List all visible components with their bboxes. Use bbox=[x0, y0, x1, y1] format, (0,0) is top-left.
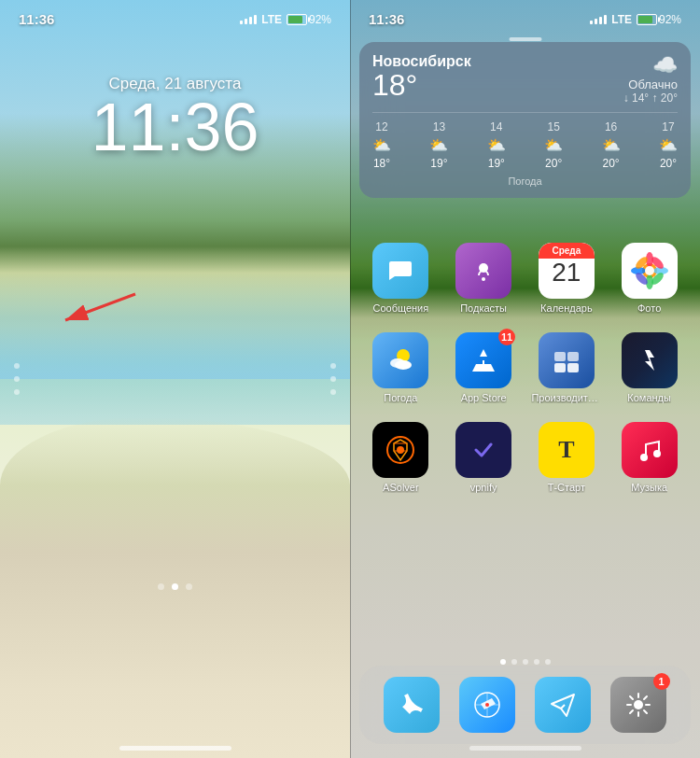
forecast-label: 16 bbox=[605, 120, 617, 133]
weather-left: Новосибирск 18° bbox=[372, 53, 471, 100]
forecast-temp: 19° bbox=[488, 157, 505, 170]
svg-point-3 bbox=[482, 277, 485, 281]
shortcuts-label: Команды bbox=[627, 392, 671, 403]
app-item-music[interactable]: Музыка bbox=[614, 422, 684, 493]
forecast-icon: ⛅ bbox=[659, 136, 678, 154]
side-dot bbox=[330, 389, 336, 395]
weather-description: Облачно bbox=[623, 77, 678, 91]
weather-right: ☁️ Облачно ↓ 14° ↑ 20° bbox=[623, 53, 678, 105]
asolver-icon[interactable] bbox=[372, 422, 428, 478]
svg-line-1 bbox=[65, 294, 135, 320]
app-item-shortcuts[interactable]: Команды bbox=[614, 332, 684, 403]
side-dot bbox=[14, 389, 20, 395]
settings-badge: 1 bbox=[653, 673, 670, 690]
messages-icon[interactable] bbox=[372, 243, 428, 299]
home-dot-4 bbox=[534, 659, 539, 665]
signal-bar-3 bbox=[249, 17, 252, 24]
signal-bar-4 bbox=[604, 15, 607, 24]
svg-point-16 bbox=[395, 360, 412, 370]
calendar-icon[interactable]: Среда 21 bbox=[539, 243, 595, 299]
photos-label: Фото bbox=[637, 302, 661, 314]
home-battery-percent: 92% bbox=[659, 13, 681, 26]
music-icon[interactable] bbox=[622, 422, 678, 478]
home-battery-box bbox=[637, 14, 657, 25]
home-dot-5 bbox=[545, 659, 551, 665]
svg-point-13 bbox=[645, 266, 654, 275]
weather-app-label: Погода bbox=[384, 392, 417, 403]
settings-icon[interactable]: 1 bbox=[610, 677, 666, 733]
tbank-label: Т-Старт bbox=[548, 482, 585, 493]
app-item-vpnify[interactable]: vpnify bbox=[449, 422, 519, 493]
weather-icon[interactable] bbox=[372, 332, 428, 388]
app-item-asolver[interactable]: ASolver bbox=[366, 422, 436, 493]
dock-item-phone[interactable] bbox=[384, 677, 440, 733]
app-item-weather[interactable]: Погода bbox=[366, 332, 436, 403]
weather-low: ↓ 14° bbox=[623, 91, 649, 105]
files-icon[interactable] bbox=[539, 332, 595, 388]
appstore-badge: 11 bbox=[498, 329, 515, 345]
shortcuts-icon[interactable] bbox=[622, 332, 678, 388]
appstore-icon[interactable]: 11 bbox=[455, 332, 511, 388]
app-item-files[interactable]: Производитель... bbox=[531, 332, 601, 403]
lock-screen[interactable]: 11:36 LTE 92% Среда, 21 августа 11:36 bbox=[0, 0, 350, 758]
app-item-appstore[interactable]: 11 App Store bbox=[449, 332, 519, 403]
lock-time-display: 11:36 bbox=[0, 93, 350, 161]
home-battery: 92% bbox=[637, 13, 681, 26]
weather-widget[interactable]: Новосибирск 18° ☁️ Облачно ↓ 14° ↑ 20° 1… bbox=[359, 42, 691, 198]
home-battery-fill bbox=[638, 16, 652, 23]
signal-bar-1 bbox=[240, 21, 243, 24]
signal-bar-3 bbox=[599, 17, 602, 24]
dock-item-settings[interactable]: 1 bbox=[610, 677, 666, 733]
home-status-bar: 11:36 LTE 92% bbox=[350, 11, 700, 27]
svg-point-31 bbox=[485, 703, 489, 707]
svg-point-25 bbox=[640, 454, 648, 461]
dock-item-telegram[interactable] bbox=[535, 677, 591, 733]
lock-status-time: 11:36 bbox=[19, 11, 54, 27]
home-screen[interactable]: 11:36 LTE 92% Новосибирск 18° bbox=[350, 0, 700, 758]
podcasts-icon[interactable] bbox=[455, 243, 511, 299]
photos-icon[interactable] bbox=[622, 243, 678, 299]
calendar-header: Среда bbox=[539, 243, 595, 259]
side-dot bbox=[330, 376, 336, 382]
page-pill bbox=[509, 37, 541, 41]
forecast-icon: ⛅ bbox=[429, 136, 448, 154]
svg-point-22 bbox=[397, 446, 404, 454]
appstore-label: App Store bbox=[461, 392, 507, 403]
weather-cloud-icon: ☁️ bbox=[623, 53, 678, 77]
app-item-podcasts[interactable]: Подкасты bbox=[449, 243, 519, 314]
side-dot bbox=[330, 363, 336, 369]
lock-home-indicator[interactable] bbox=[119, 746, 231, 751]
svg-point-32 bbox=[634, 700, 643, 709]
svg-rect-19 bbox=[554, 363, 566, 372]
signal-bars bbox=[240, 15, 257, 24]
phone-icon[interactable] bbox=[384, 677, 440, 733]
tbank-icon[interactable]: Т bbox=[539, 422, 595, 478]
messages-label: Сообщения bbox=[373, 302, 429, 314]
dock-item-safari[interactable] bbox=[459, 677, 515, 733]
app-item-calendar[interactable]: Среда 21 Календарь bbox=[531, 243, 601, 314]
vpnify-icon[interactable] bbox=[455, 422, 511, 478]
home-lte-label: LTE bbox=[611, 13, 632, 26]
app-item-messages[interactable]: Сообщения bbox=[366, 243, 436, 314]
app-item-photos[interactable]: Фото bbox=[614, 243, 684, 314]
forecast-day-13: 13 ⛅ 19° bbox=[429, 120, 448, 170]
app-row-3: ASolver vpnify Т Т-Старт bbox=[359, 422, 691, 493]
weather-app-label: Погода bbox=[372, 175, 678, 187]
forecast-temp: 20° bbox=[660, 157, 677, 170]
asolver-label: ASolver bbox=[383, 482, 419, 493]
forecast-temp: 19° bbox=[430, 157, 447, 170]
home-indicator[interactable] bbox=[469, 746, 581, 751]
lte-label: LTE bbox=[261, 13, 282, 26]
telegram-icon[interactable] bbox=[535, 677, 591, 733]
safari-icon[interactable] bbox=[459, 677, 515, 733]
lock-date-block: Среда, 21 августа 11:36 bbox=[0, 75, 350, 161]
lock-page-dots bbox=[0, 583, 350, 590]
forecast-day-17: 17 ⛅ 20° bbox=[659, 120, 678, 170]
forecast-day-14: 14 ⛅ 19° bbox=[487, 120, 506, 170]
tbank-letter: Т bbox=[558, 436, 574, 464]
weather-temp: 18° bbox=[372, 70, 471, 100]
forecast-icon: ⛅ bbox=[544, 136, 563, 154]
side-dots-right bbox=[330, 363, 336, 395]
app-item-tbank[interactable]: Т Т-Старт bbox=[531, 422, 601, 493]
calendar-label: Календарь bbox=[540, 302, 593, 314]
